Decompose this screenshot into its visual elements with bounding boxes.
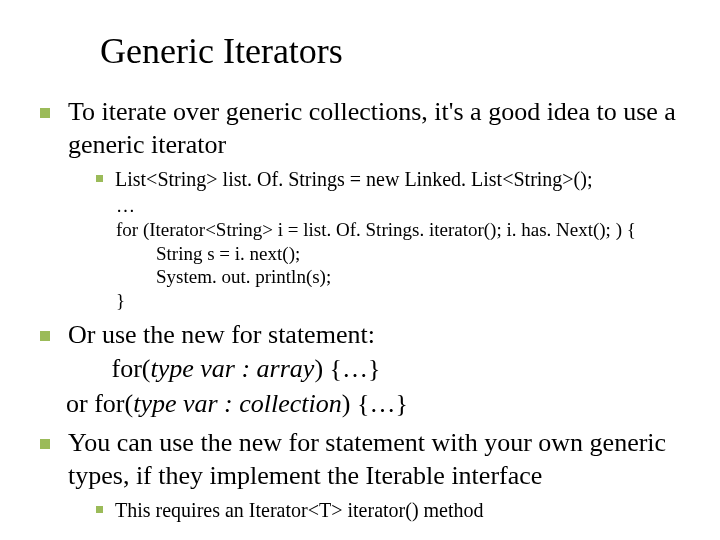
bullet-3-sub: This requires an Iterator<T> iterator() … bbox=[96, 498, 690, 523]
sub3-p1: This requires an bbox=[115, 499, 249, 521]
code-line-5: System. out. println(s); bbox=[116, 265, 690, 289]
code-line-6: } bbox=[116, 289, 690, 313]
sub3-p2: method bbox=[419, 499, 484, 521]
bullet-3-sub-text: This requires an Iterator<T> iterator() … bbox=[115, 498, 484, 523]
bullet-3-p3: interface bbox=[445, 461, 542, 490]
iterable-keyword: Iterable bbox=[366, 461, 445, 490]
code-block: … for (Iterator<String> i = list. Of. St… bbox=[116, 194, 690, 313]
bullet-3-text: You can use the new for statement with y… bbox=[68, 427, 690, 492]
or-label: or bbox=[66, 389, 94, 418]
bullet-2-text: Or use the new for statement: for(type v… bbox=[68, 319, 408, 422]
bullet-1-text: To iterate over generic collections, it'… bbox=[68, 96, 690, 161]
bullet-1-code: List<String> list. Of. Strings = new Lin… bbox=[96, 167, 690, 192]
for-keyword: for( bbox=[112, 354, 151, 383]
bullet-2: Or use the new for statement: for(type v… bbox=[40, 319, 690, 422]
for-keyword: for bbox=[231, 320, 261, 349]
bullet-icon bbox=[96, 506, 103, 513]
for-tail: ) {…} bbox=[342, 389, 408, 418]
bullet-3-p1: You can use the new bbox=[68, 428, 289, 457]
for-tail: ) {…} bbox=[314, 354, 380, 383]
for-keyword: for( bbox=[94, 389, 133, 418]
for-sig-collection: type var : collection bbox=[133, 389, 342, 418]
iterator-method: Iterator<T> iterator() bbox=[249, 499, 419, 521]
code-line-4: String s = i. next(); bbox=[116, 242, 690, 266]
bullet-1: To iterate over generic collections, it'… bbox=[40, 96, 690, 161]
bullet-2-lead: Or use the new bbox=[68, 320, 231, 349]
code-line-2: … bbox=[116, 194, 690, 218]
for-keyword: for bbox=[289, 428, 319, 457]
bullet-2-after: statement: bbox=[262, 320, 375, 349]
bullet-icon bbox=[40, 439, 50, 449]
code-line-1: List<String> list. Of. Strings = new Lin… bbox=[115, 167, 593, 192]
slide-title: Generic Iterators bbox=[100, 30, 690, 72]
code-line-3: for (Iterator<String> i = list. Of. Stri… bbox=[116, 218, 690, 242]
for-sig-array: type var : array bbox=[150, 354, 314, 383]
bullet-3: You can use the new for statement with y… bbox=[40, 427, 690, 492]
bullet-icon bbox=[96, 175, 103, 182]
bullet-icon bbox=[40, 331, 50, 341]
bullet-icon bbox=[40, 108, 50, 118]
